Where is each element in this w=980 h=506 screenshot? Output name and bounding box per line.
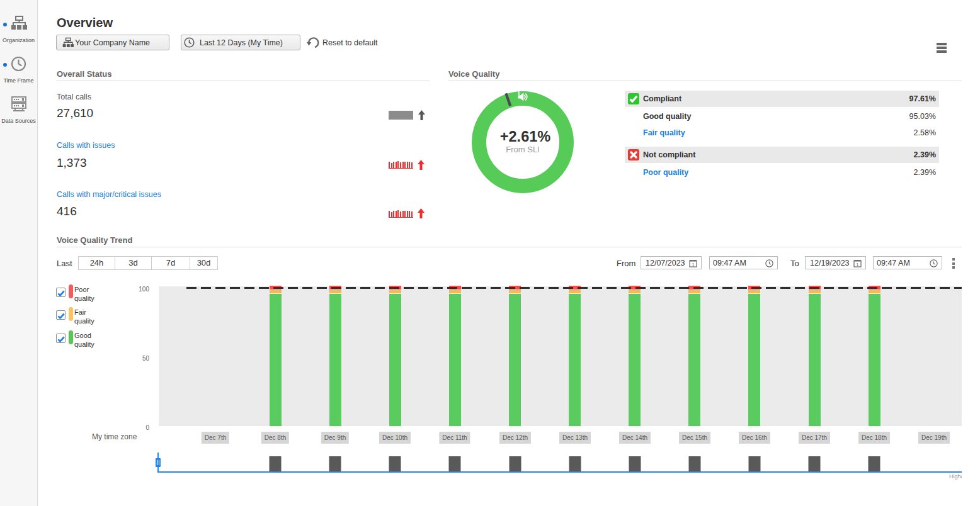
svg-text:1: 1	[857, 262, 859, 267]
svg-text:1: 1	[692, 262, 695, 267]
